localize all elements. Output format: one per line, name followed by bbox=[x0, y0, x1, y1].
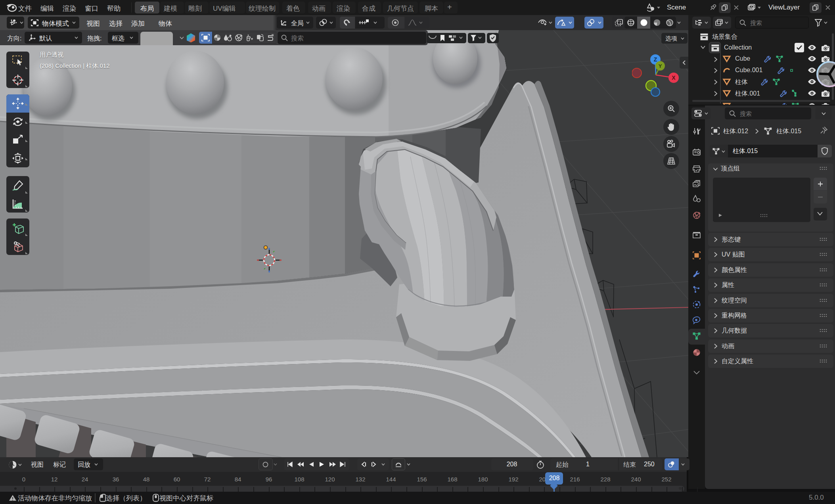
svg-text:Y: Y bbox=[659, 63, 662, 69]
svg-text:X: X bbox=[672, 75, 676, 81]
svg-text:Z: Z bbox=[654, 56, 657, 63]
